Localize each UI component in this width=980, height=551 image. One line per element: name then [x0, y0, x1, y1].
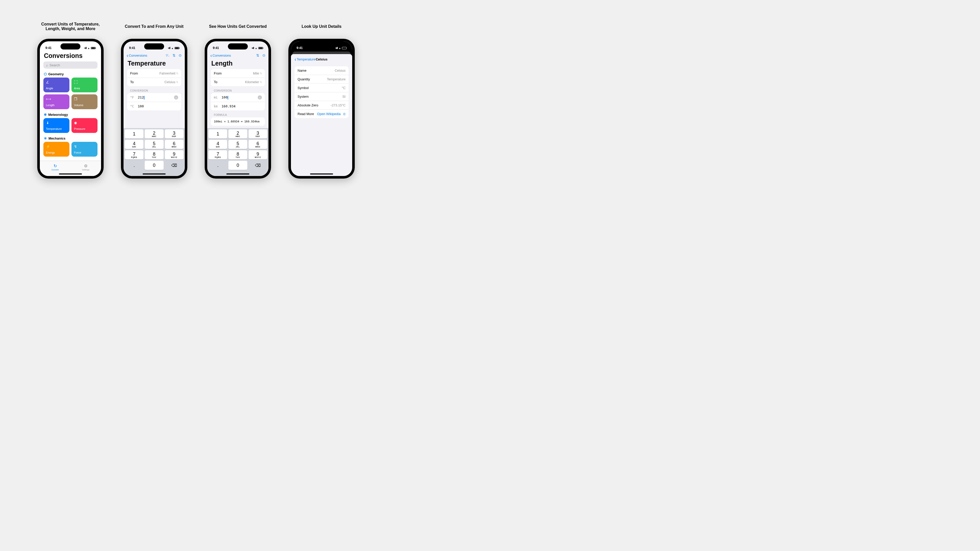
key-7[interactable]: 7PQRS — [125, 150, 143, 159]
phone-frame: 9:41 Conversions Search ⬠Geometry∠Angle⛶… — [37, 39, 103, 179]
text-cursor — [228, 96, 228, 100]
key-3[interactable]: 3DEF — [165, 129, 183, 138]
key-0[interactable]: 0 — [145, 161, 163, 170]
status-time: 9:41 — [45, 46, 52, 50]
tile-icon: ⟷ — [46, 97, 67, 101]
categories-scroll[interactable]: ⬠Geometry∠Angle⛶Area⟷Length❒Volume❄Meteo… — [40, 71, 101, 176]
key-2[interactable]: 2ABC — [228, 129, 247, 138]
read-more-row[interactable]: Read MoreOpen Wikipedia — [294, 110, 348, 118]
status-indicators — [251, 46, 263, 50]
battery-icon — [258, 47, 263, 49]
tile-icon: ↯ — [74, 144, 95, 148]
cellular-signal-icon — [335, 46, 338, 50]
status-time: 9:41 — [129, 46, 135, 50]
formula-group: 100mi × 1.60934 = 160.934km — [211, 118, 265, 126]
nav-actions: ⁺∕₋ ⇅ ⊙ — [165, 53, 182, 57]
swap-icon[interactable]: ⇅ — [256, 53, 259, 57]
tile-pressure[interactable]: ◉Pressure — [72, 118, 97, 133]
key-decimal[interactable]: . — [208, 161, 227, 170]
to-unit-row[interactable]: To Celsius — [127, 78, 181, 86]
formula-section-label: FORMULA — [207, 114, 269, 118]
swap-icon[interactable]: ⇅ — [172, 53, 176, 57]
key-4[interactable]: 4GHI — [125, 140, 143, 149]
key-1[interactable]: 1 — [208, 129, 227, 138]
back-button[interactable]: Temperature — [294, 57, 315, 62]
back-button[interactable]: Conversions — [127, 53, 147, 58]
nav-bar: Conversions ⁺∕₋ ⇅ ⊙ — [124, 52, 185, 59]
screen-conversions: 9:41 Conversions Search ⬠Geometry∠Angle⛶… — [40, 41, 101, 176]
page-title: Length — [207, 59, 269, 69]
key-0[interactable]: 0 — [228, 161, 247, 170]
key-8[interactable]: 8TUV — [145, 150, 163, 159]
key-8[interactable]: 8TUV — [228, 150, 247, 159]
key-5[interactable]: 5JKL — [145, 140, 163, 149]
open-wikipedia-link[interactable]: Open Wikipedia — [317, 112, 345, 116]
tile-volume[interactable]: ❒Volume — [72, 94, 97, 109]
page-title: Conversions — [40, 52, 101, 62]
key-decimal[interactable]: . — [125, 161, 143, 170]
screen-length: 9:41 Conversions ⇅ ⊙ Len — [207, 41, 269, 176]
section-icon: ⬠ — [44, 72, 47, 76]
tile-length[interactable]: ⟷Length — [43, 94, 69, 109]
tile-icon: ⚡ — [46, 144, 67, 148]
input-value-row[interactable]: mi 100 — [211, 93, 265, 102]
home-indicator[interactable] — [226, 173, 249, 175]
caption-4: Look Up Unit Details — [302, 21, 342, 33]
tile-icon: ⛶ — [74, 80, 95, 84]
key-5[interactable]: 5JKL — [228, 140, 247, 149]
screen-unit-details: 9:41 Temperature Celsius Nam — [291, 41, 352, 176]
key-6[interactable]: 6MNO — [165, 140, 183, 149]
input-value-row[interactable]: °F 212 — [127, 93, 181, 102]
gear-icon: ⚙ — [84, 164, 88, 168]
app-store-screenshots: Convert Units of Temperature, Length, We… — [0, 0, 392, 189]
key-3[interactable]: 3DEF — [248, 129, 267, 138]
more-icon[interactable]: ⊙ — [262, 53, 266, 57]
nav-bar: Conversions ⇅ ⊙ — [207, 52, 269, 59]
search-placeholder: Search — [49, 63, 60, 67]
tile-temperature[interactable]: 🌡Temperature — [43, 118, 69, 133]
details-group: NameCelsiusQuantityTemperatureSymbol°CSy… — [294, 66, 348, 118]
section-header-meteorology: ❄Meteorology — [40, 112, 101, 118]
tile-force[interactable]: ↯Force — [72, 142, 97, 157]
home-indicator[interactable] — [59, 173, 82, 175]
key-2[interactable]: 2ABC — [145, 129, 163, 138]
battery-icon — [175, 47, 179, 49]
caption-3: See How Units Get Converted — [209, 21, 267, 33]
to-unit-row[interactable]: To Kilometer — [211, 78, 265, 86]
tile-grid: ∠Angle⛶Area⟷Length❒Volume — [40, 78, 101, 112]
nav-actions: ⇅ ⊙ — [256, 53, 266, 57]
key-9[interactable]: 9WXYZ — [248, 150, 267, 159]
clear-button[interactable] — [258, 95, 262, 100]
from-unit-row[interactable]: From Mile — [211, 69, 265, 78]
tile-grid: ⚡Energy↯Force — [40, 142, 101, 159]
tile-angle[interactable]: ∠Angle — [43, 78, 69, 92]
conversion-group: mi 100 km 160.934 — [211, 93, 265, 110]
conversion-group: °F 212 °C 100 — [127, 93, 181, 110]
tile-icon: ❒ — [74, 97, 95, 101]
text-cursor — [144, 96, 145, 100]
dynamic-island — [228, 43, 248, 49]
more-icon[interactable]: ⊙ — [179, 53, 182, 57]
from-unit-row[interactable]: From Fahrenheit — [127, 69, 181, 78]
back-button[interactable]: Conversions — [210, 53, 231, 58]
key-delete[interactable]: ⌫ — [165, 161, 183, 170]
key-1[interactable]: 1 — [125, 129, 143, 138]
key-6[interactable]: 6MNO — [248, 140, 267, 149]
tile-area[interactable]: ⛶Area — [72, 78, 97, 92]
clear-button[interactable] — [174, 95, 178, 100]
detail-row-absolute-zero: Absolute Zero-273.15°C — [294, 101, 348, 110]
detail-row-system: SystemSI — [294, 92, 348, 101]
caption-2: Convert To and From Any Unit — [125, 21, 183, 33]
key-4[interactable]: 4GHI — [208, 140, 227, 149]
status-time: 9:41 — [297, 46, 303, 50]
detail-row-symbol: Symbol°C — [294, 84, 348, 92]
dynamic-island — [60, 43, 80, 49]
home-indicator[interactable] — [143, 173, 165, 175]
search-input[interactable]: Search — [43, 62, 97, 68]
home-indicator[interactable] — [310, 173, 333, 175]
tile-energy[interactable]: ⚡Energy — [43, 142, 69, 157]
key-7[interactable]: 7PQRS — [208, 150, 227, 159]
key-9[interactable]: 9WXYZ — [165, 150, 183, 159]
key-delete[interactable]: ⌫ — [248, 161, 267, 170]
plusminus-icon[interactable]: ⁺∕₋ — [165, 53, 169, 57]
